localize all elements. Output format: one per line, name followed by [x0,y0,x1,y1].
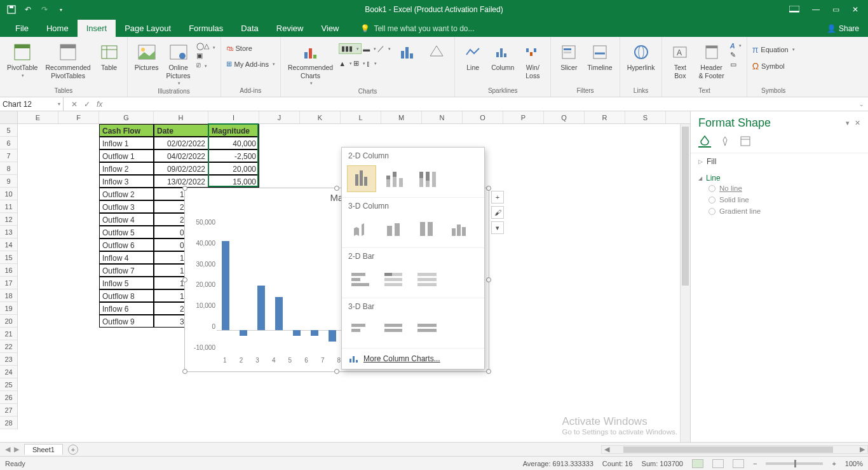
cell-G10[interactable]: Outflow 2 [99,188,154,200]
cell-H8[interactable]: 09/02/2022 [154,162,208,175]
row-header-12[interactable]: 12 [0,213,18,226]
pagelayout-view-button[interactable] [712,459,724,468]
equation-button[interactable]: πEquation [752,45,795,55]
row-header-16[interactable]: 16 [0,264,18,277]
pivottable-button[interactable]: PivotTable [5,41,39,79]
my-addins-button[interactable]: ⊞My Add-ins [226,60,275,68]
bar-chart-button[interactable]: ▬ [363,43,376,54]
header-footer-button[interactable]: Header & Footer [696,41,726,81]
3d-100-stacked-bar-option[interactable] [413,316,442,343]
cell-I5[interactable]: Magnitude [208,124,259,137]
row-header-28[interactable]: 28 [0,417,18,429]
cell-G9[interactable]: Inflow 3 [99,175,154,188]
cell-G20[interactable]: Outflow 9 [99,315,154,328]
tab-review[interactable]: Review [268,20,313,37]
sparkline-column-button[interactable]: Column [489,41,516,73]
row-header-13[interactable]: 13 [0,226,18,238]
name-box[interactable]: Chart 12▾ [0,97,64,111]
tab-view[interactable]: View [312,20,348,37]
screenshot-button[interactable]: ⎚ [196,61,215,69]
row-header-10[interactable]: 10 [0,188,18,200]
row-header-14[interactable]: 14 [0,238,18,251]
worksheet-grid[interactable]: EFGHIJKLMNOPQRS 567891011121314151617181… [0,111,690,442]
clustered-bar-option[interactable] [347,266,376,293]
solid-line-option[interactable]: Solid line [698,194,860,205]
pane-options-icon[interactable]: ▾ [846,119,850,127]
enter-formula-icon[interactable]: ✓ [84,100,90,109]
fill-line-tab-icon[interactable] [698,135,711,148]
cell-I8[interactable]: 20,000 [208,162,259,175]
row-header-21[interactable]: 21 [0,328,18,340]
normal-view-button[interactable] [692,459,703,468]
zoom-in-button[interactable]: + [832,460,836,467]
pivot-chart-button[interactable] [395,41,420,64]
redo-icon[interactable]: ↷ [39,4,50,15]
cell-G14[interactable]: Outflow 6 [99,238,154,251]
sheet-nav-next-icon[interactable]: ▶ [14,445,19,453]
col-header-E[interactable]: E [18,111,58,123]
cell-G17[interactable]: Inflow 5 [99,277,154,289]
col-header-I[interactable]: I [208,111,259,123]
chart-filters-button[interactable]: ▾ [491,221,504,234]
fx-icon[interactable]: fx [97,100,102,109]
100-stacked-bar-option[interactable] [413,266,442,293]
cell-G13[interactable]: Outlfow 5 [99,226,154,238]
3d-stacked-bar-option[interactable] [380,316,409,343]
3dmap-button[interactable] [424,41,449,64]
row-header-5[interactable]: 5 [0,124,18,137]
stacked-column-option[interactable] [380,165,409,192]
3d-clustered-bar-option[interactable] [347,316,376,343]
no-line-option[interactable]: No line [698,183,860,194]
tab-formulas[interactable]: Formulas [180,20,232,37]
table-button[interactable]: Table [97,41,122,73]
col-header-J[interactable]: J [259,111,300,123]
row-header-19[interactable]: 19 [0,302,18,315]
signature-button[interactable]: ✎ [730,51,742,59]
sheet-nav-prev-icon[interactable]: ◀ [5,445,10,453]
clustered-column-option[interactable] [347,165,376,192]
row-header-24[interactable]: 24 [0,366,18,378]
cell-G12[interactable]: Outflow 4 [99,213,154,226]
wordart-button[interactable]: A [730,42,742,50]
col-header-P[interactable]: P [503,111,544,123]
cell-G5[interactable]: Cash Flow [99,124,154,137]
object-button[interactable]: ▭ [730,60,742,69]
col-header-S[interactable]: S [625,111,666,123]
cell-H9[interactable]: 13/02/2022 [154,175,208,188]
close-icon[interactable]: ✕ [852,5,858,14]
row-header-22[interactable]: 22 [0,340,18,353]
tab-file[interactable]: File [6,20,37,37]
line-chart-button[interactable]: ／ [377,43,391,54]
store-button[interactable]: 🛍Store [226,45,275,52]
horizontal-scrollbar[interactable]: ◀▶ [601,445,868,454]
row-header-25[interactable]: 25 [0,378,18,391]
col-header-K[interactable]: K [300,111,341,123]
chart-elements-button[interactable]: + [491,191,504,204]
minimize-icon[interactable]: — [812,5,820,14]
3d-100-stacked-column-option[interactable] [413,216,442,242]
smartart-button[interactable]: ▣ [196,52,215,60]
sparkline-winloss-button[interactable]: Win/ Loss [520,41,545,81]
cell-I7[interactable]: -2,500 [208,149,259,162]
qat-customize-icon[interactable]: ▾ [56,4,66,15]
combo-chart-button[interactable]: ⫿ [367,59,377,67]
col-header-N[interactable]: N [422,111,463,123]
more-column-charts-link[interactable]: More Column Charts... [342,349,484,369]
cell-G8[interactable]: Inflow 2 [99,162,154,175]
row-header-8[interactable]: 8 [0,162,18,175]
cancel-formula-icon[interactable]: ✕ [71,100,78,109]
new-sheet-button[interactable]: + [68,445,78,455]
row-header-9[interactable]: 9 [0,175,18,188]
row-header-11[interactable]: 11 [0,200,18,213]
cell-G16[interactable]: Outflow 7 [99,264,154,277]
cell-I6[interactable]: 40,000 [208,137,259,149]
gradient-line-option[interactable]: Gradient line [698,205,860,217]
pane-close-icon[interactable]: ✕ [855,119,860,127]
timeline-button[interactable]: Timeline [585,41,614,73]
cell-G7[interactable]: Outflow 1 [99,149,154,162]
3d-clustered-column-option[interactable] [347,216,376,242]
col-header-G[interactable]: G [99,111,154,123]
col-header-R[interactable]: R [585,111,625,123]
sheet-tab-sheet1[interactable]: Sheet1 [24,444,63,455]
tab-home[interactable]: Home [37,20,78,37]
